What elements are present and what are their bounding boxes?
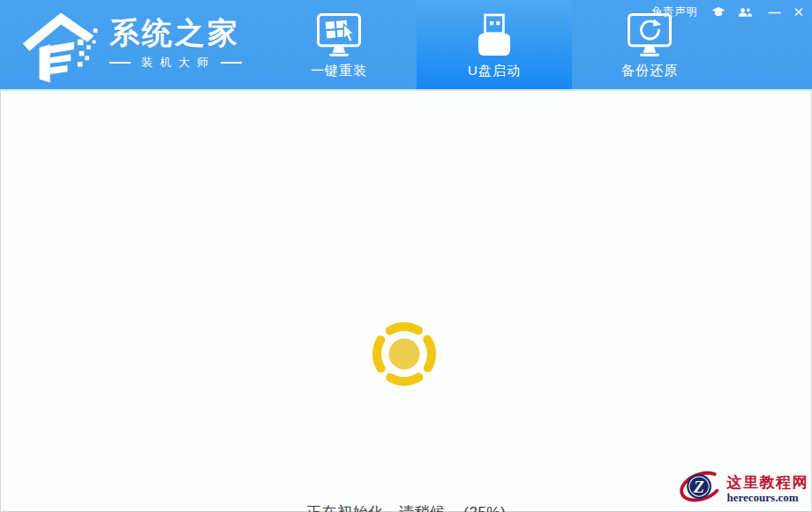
tab-label: 一键重装 (311, 63, 367, 79)
disclaimer-link[interactable]: 免责声明 (651, 4, 697, 19)
watermark-site-name: 这里教程网 (727, 474, 809, 491)
app-subtitle-row: 装机大师 (109, 55, 242, 71)
brand-text: 系统之家 装机大师 (109, 16, 242, 71)
minimize-button[interactable]: — (768, 6, 780, 19)
watermark-logo-icon: Z (677, 469, 723, 509)
tab-label: U盘启动 (468, 63, 521, 79)
content-area: 正在初始化，请稍候... (25%) Z 这里教程网 herecours.com (0, 89, 812, 512)
tab-usb-boot[interactable]: U盘启动 (417, 0, 572, 89)
watermark-site-domain: herecours.com (727, 491, 809, 504)
graduation-cap-icon[interactable] (711, 6, 726, 18)
usb-drive-icon (470, 10, 519, 61)
app-subtitle: 装机大师 (141, 55, 215, 71)
close-button[interactable]: ✕ (793, 6, 804, 19)
app-title: 系统之家 (109, 16, 242, 49)
title-bar: 系统之家 装机大师 (0, 0, 812, 89)
brand: 系统之家 装机大师 (19, 5, 242, 90)
site-watermark: Z 这里教程网 herecours.com (677, 469, 809, 509)
app-window: 系统之家 装机大师 (0, 0, 812, 512)
tab-label: 备份还原 (621, 63, 678, 79)
subtitle-dash-left (109, 62, 131, 64)
watermark-texts: 这里教程网 herecours.com (727, 474, 809, 504)
watermark-monogram: Z (693, 478, 704, 496)
tab-one-click-reinstall[interactable]: 一键重装 (261, 0, 417, 89)
house-logo-icon (19, 9, 102, 90)
topbar: 免责声明 — ✕ (651, 4, 804, 19)
monitor-windows-icon (314, 10, 364, 61)
subtitle-dash-right (221, 62, 242, 64)
users-icon[interactable] (738, 7, 752, 18)
loading-spinner (370, 320, 439, 392)
